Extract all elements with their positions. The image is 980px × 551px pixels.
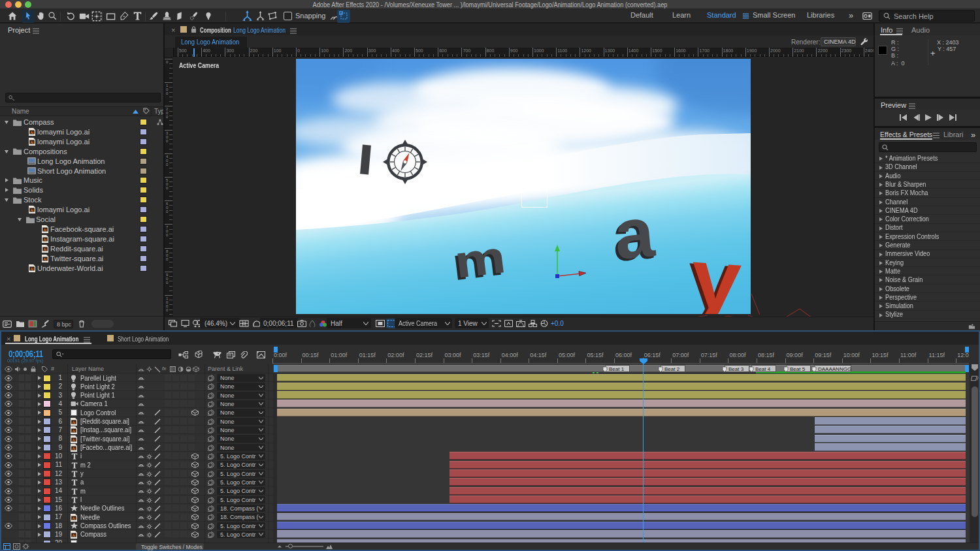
svg-text:a: a xyxy=(611,192,657,274)
svg-text:Ai: Ai xyxy=(44,257,48,260)
svg-text:Ai: Ai xyxy=(73,420,76,424)
svg-text:Ai: Ai xyxy=(73,447,76,450)
svg-text:Ai: Ai xyxy=(73,437,76,441)
svg-text:Ai: Ai xyxy=(31,130,35,134)
svg-text:y: y xyxy=(688,230,744,314)
svg-text:Ai: Ai xyxy=(44,227,48,231)
svg-text:Ai: Ai xyxy=(44,247,48,251)
svg-text:Ai: Ai xyxy=(73,429,76,433)
svg-text:Ai: Ai xyxy=(73,516,76,520)
svg-text:Ai: Ai xyxy=(31,266,35,270)
svg-text:Ai: Ai xyxy=(31,208,35,212)
svg-text:Ai: Ai xyxy=(73,533,76,537)
svg-text:Ai: Ai xyxy=(44,237,48,241)
svg-text:Ai: Ai xyxy=(31,140,35,144)
svg-text:m: m xyxy=(451,230,508,288)
